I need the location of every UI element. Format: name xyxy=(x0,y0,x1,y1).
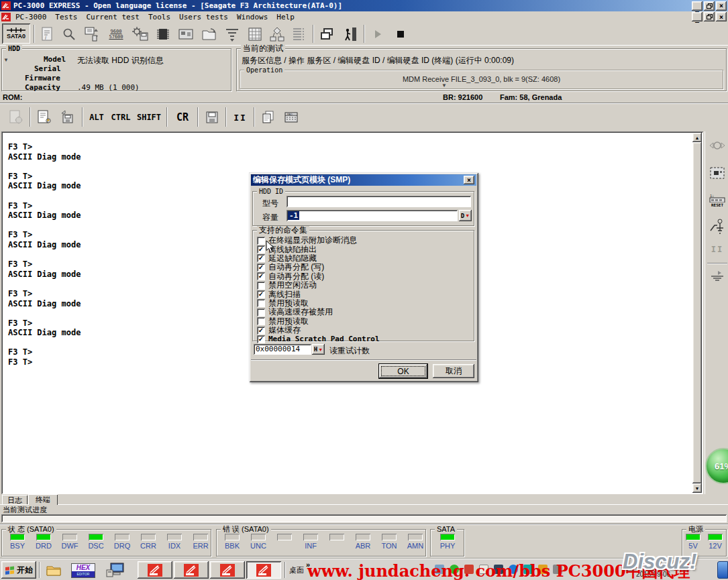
port-sata0-button[interactable]: SATA0 xyxy=(2,23,30,44)
hdd-id-group: HDD ID 型号 容量 -1 D▼ xyxy=(252,191,474,226)
led-amn: AMN xyxy=(403,534,427,550)
table-icon[interactable] xyxy=(244,25,266,44)
menu-bar: PC-3000 Tests Current test Tools Users t… xyxy=(0,11,728,22)
quicklaunch-computer-icon[interactable] xyxy=(102,561,129,579)
scroll-up-icon[interactable]: ▲ xyxy=(692,133,702,142)
minimize-button[interactable]: _ xyxy=(692,1,703,11)
checkbox[interactable]: ✓ xyxy=(257,299,265,307)
taskbar-app-pc3000-3[interactable] xyxy=(210,561,245,579)
pause-terminal-button[interactable]: II xyxy=(229,107,251,127)
close-button[interactable]: × xyxy=(716,1,727,11)
checkbox[interactable]: ✓ xyxy=(257,317,265,325)
taskbar-app-pc3000-1[interactable] xyxy=(138,561,172,579)
dialog-close-icon[interactable]: × xyxy=(464,176,474,184)
script-icon[interactable]: i xyxy=(37,25,57,44)
baud-rate-value: BR: 921600 xyxy=(443,93,482,101)
cr-key-button[interactable]: CR xyxy=(170,107,195,127)
chip-icon[interactable] xyxy=(153,25,173,44)
alt-key-button[interactable]: ALT xyxy=(86,107,107,127)
led-err: ERR xyxy=(189,534,213,550)
checkbox[interactable]: ✓ xyxy=(257,245,265,253)
save-log-icon[interactable] xyxy=(201,107,223,127)
child-minimize-button[interactable]: _ xyxy=(692,12,703,21)
window-title: PC-3000 EXPRESS - Open language license … xyxy=(13,1,342,10)
capacity-base-button[interactable]: D▼ xyxy=(459,210,472,221)
scroll-down-icon[interactable]: ▼ xyxy=(692,483,702,493)
checkbox[interactable]: ✓ xyxy=(257,282,265,290)
search-icon[interactable] xyxy=(59,25,79,44)
utility-settings-icon[interactable] xyxy=(129,25,152,44)
menu-pc3000[interactable]: PC-3000 xyxy=(15,13,46,21)
menu-users-tests[interactable]: Users tests xyxy=(179,13,228,21)
ok-button[interactable]: OK xyxy=(379,364,427,378)
taskbar-app-pc3000-2[interactable] xyxy=(174,561,209,579)
windows-flag-icon xyxy=(5,566,15,575)
pc-link-icon[interactable] xyxy=(81,25,103,44)
copy-icon[interactable] xyxy=(258,107,279,127)
checkbox[interactable]: ✓ xyxy=(257,264,265,272)
start-test-icon[interactable] xyxy=(368,25,388,44)
power-ata-icon xyxy=(708,137,727,154)
filter-icon[interactable] xyxy=(221,25,243,44)
restore-button[interactable] xyxy=(704,1,715,11)
desktop-toolbar-label[interactable]: 桌面 xyxy=(289,565,304,575)
tab-terminal[interactable]: 终端 xyxy=(28,494,58,505)
dialog-title-bar[interactable]: 编辑保存模式页模块 (SMP) × xyxy=(251,174,476,186)
menu-tools[interactable]: Tools xyxy=(148,13,170,21)
baud-rate-icon[interactable]: 960057600 xyxy=(105,25,127,44)
menu-windows[interactable]: Windows xyxy=(237,13,268,21)
checkbox[interactable]: ✓ xyxy=(257,290,265,298)
reset-icon[interactable]: 1↓RESET xyxy=(708,189,727,211)
exit-icon[interactable] xyxy=(340,25,361,44)
hdd-dropdown-indicator[interactable]: ▼ xyxy=(3,57,9,63)
operation-dropdown-indicator[interactable]: ▼ xyxy=(441,82,447,89)
tab-log[interactable]: 日志 xyxy=(2,495,28,504)
terminal-scrollbar[interactable]: ▲ ▼ xyxy=(692,133,702,493)
terminal-save-script-icon[interactable] xyxy=(56,107,78,127)
keyboard-macro-icon[interactable]: PAD xyxy=(280,107,302,127)
checkbox[interactable]: ✓ xyxy=(257,272,265,280)
checkbox[interactable]: ✓ xyxy=(257,254,265,262)
quicklaunch-hex-editor-icon[interactable]: HEXEDITOR xyxy=(70,562,97,579)
jumper-icon[interactable] xyxy=(708,216,727,236)
show-desktop-button[interactable] xyxy=(717,561,728,579)
child-restore-button[interactable] xyxy=(704,12,715,21)
windows-copy-icon[interactable] xyxy=(317,25,338,44)
hdd-capacity-label: Capacity xyxy=(25,83,60,92)
stop-test-icon[interactable] xyxy=(391,25,411,44)
folder-transfer-icon[interactable] xyxy=(199,25,220,44)
shift-key-button[interactable]: SHIFT xyxy=(134,107,164,127)
capacity-input[interactable]: -1 xyxy=(287,210,458,221)
apply-icon[interactable] xyxy=(708,267,727,284)
report-icon[interactable] xyxy=(289,25,309,44)
led-phy: PHY xyxy=(435,534,460,550)
checkbox-row-media-cache[interactable]: ✓媒体缓存 xyxy=(257,326,380,335)
scheme-icon[interactable] xyxy=(266,25,288,44)
quicklaunch-folder-icon[interactable] xyxy=(43,561,64,579)
led-inf: INF xyxy=(299,534,323,550)
retry-count-input[interactable]: 0x00000014 xyxy=(254,344,311,355)
terminal-new-script-icon[interactable] xyxy=(34,107,55,127)
chip-board-icon[interactable] xyxy=(708,164,727,182)
cancel-button[interactable]: 取消 xyxy=(433,364,474,378)
error-panel-title: 错 误 (SATA0) xyxy=(221,525,271,534)
model-input[interactable] xyxy=(287,196,471,207)
checkbox[interactable]: ✓ xyxy=(257,335,265,343)
start-button[interactable]: 开始 xyxy=(1,561,36,579)
led-bsy: BSY xyxy=(5,534,30,550)
menu-current-test[interactable]: Current test xyxy=(86,13,139,21)
checkbox[interactable]: ✓ xyxy=(257,237,265,245)
taskbar-app-pc3000-4-active[interactable] xyxy=(246,561,281,579)
checkbox-row-media-scratch-pad[interactable]: ✓Media Scratch Pad Control xyxy=(257,335,380,343)
scrollbar-thumb[interactable] xyxy=(692,142,702,483)
board-icon[interactable] xyxy=(175,25,197,44)
menu-help[interactable]: Help xyxy=(276,13,295,21)
operation-title: Operation xyxy=(244,66,284,74)
retry-base-button[interactable]: H▼ xyxy=(312,344,325,355)
checkbox[interactable]: ✓ xyxy=(257,327,265,335)
child-close-button[interactable]: × xyxy=(716,12,727,21)
operation-status: MDM Receive FILE_3_093_0, blk = 9(SZ: 46… xyxy=(240,75,723,83)
ctrl-key-button[interactable]: CTRL xyxy=(107,107,134,127)
checkbox[interactable]: ✓ xyxy=(257,308,265,316)
menu-tests[interactable]: Tests xyxy=(55,13,77,21)
